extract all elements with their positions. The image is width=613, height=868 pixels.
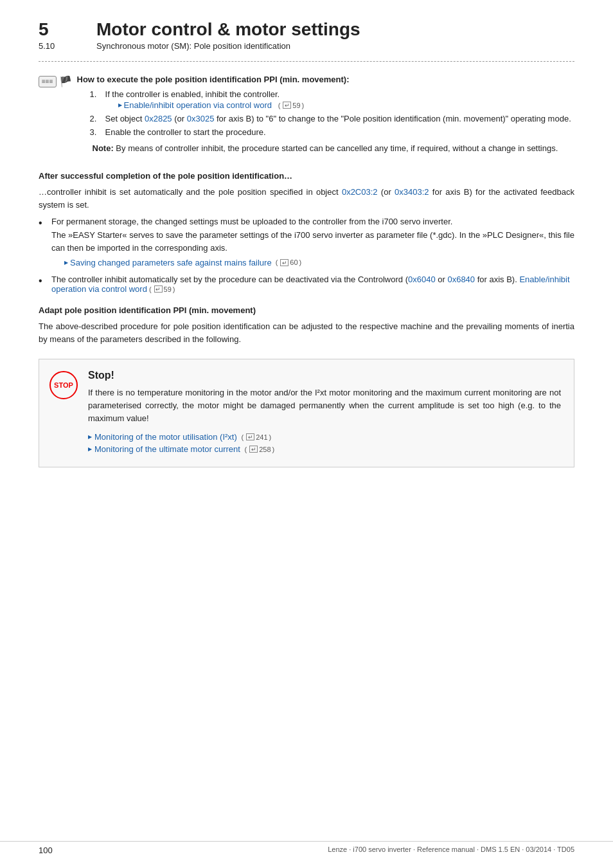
stop-link-2[interactable]: Monitoring of the ultimate motor current…: [88, 444, 561, 454]
after-completion-bullets: • For permanent storage, the changed set…: [39, 217, 574, 294]
after-link2[interactable]: 0x3403:2: [395, 187, 429, 197]
page-header: 5 Motor control & motor settings 5.10 Sy…: [39, 19, 574, 51]
flag-icon: 🏴: [59, 75, 72, 87]
stop-link-1[interactable]: Monitoring of the motor utilisation (I²x…: [88, 432, 561, 442]
page-number: 100: [39, 845, 53, 855]
bullet-1: • For permanent storage, the changed set…: [39, 217, 574, 269]
step2-link2[interactable]: 0x3025: [187, 114, 215, 123]
bullet2-link2[interactable]: 0x6840: [447, 275, 475, 284]
stop-icon: STOP: [49, 371, 78, 399]
stop-text: If there is no temperature monitoring in…: [88, 386, 561, 425]
keyboard-icon: ≡≡≡ 🏴: [39, 75, 72, 87]
stop-box: STOP Stop! If there is no temperature mo…: [39, 359, 574, 467]
after-link1[interactable]: 0x2C03:2: [342, 187, 378, 197]
divider: [39, 61, 574, 62]
how-to-steps: 1. If the controller is enabled, inhibit…: [90, 89, 571, 137]
step1-link[interactable]: Enable/inhibit operation via control wor…: [118, 100, 305, 110]
note-box: Note: By means of controller inhibit, th…: [93, 143, 571, 153]
stop-links: Monitoring of the motor utilisation (I²x…: [88, 432, 561, 454]
page: 5 Motor control & motor settings 5.10 Sy…: [0, 0, 613, 868]
adapt-body: The above-described procedure for pole p…: [39, 320, 574, 346]
chapter-number: 5: [39, 19, 71, 40]
chapter-title: Motor control & motor settings: [96, 19, 360, 40]
section-number: 5.10: [39, 41, 71, 51]
section-title: Synchronous motor (SM): Pole position id…: [96, 41, 290, 51]
step-3: 3. Enable the controller to start the pr…: [90, 127, 571, 137]
bullet1-link[interactable]: Saving changed parameters safe against m…: [64, 257, 301, 269]
how-to-section: ≡≡≡ 🏴 How to execute the pole position i…: [39, 75, 574, 159]
stop-title: Stop!: [88, 370, 561, 381]
adapt-section: Adapt pole position identification PPI (…: [39, 305, 574, 346]
how-to-title: How to execute the pole position identif…: [77, 75, 350, 84]
page-footer: 100 Lenze · i700 servo inverter · Refere…: [0, 841, 613, 855]
adapt-heading: Adapt pole position identification PPI (…: [39, 305, 574, 315]
step-2: 2. Set object 0x2825 (or 0x3025 for axis…: [90, 114, 571, 123]
after-completion-heading: After successful completion of the pole …: [39, 171, 574, 181]
bullet-2: • The controller inhibit automatically s…: [39, 275, 574, 294]
after-completion-body: …controller inhibit is set automatically…: [39, 186, 574, 212]
step2-link1[interactable]: 0x2825: [145, 114, 172, 123]
doc-info: Lenze · i700 servo inverter · Reference …: [328, 845, 574, 855]
step-1: 1. If the controller is enabled, inhibit…: [90, 89, 571, 110]
after-completion-section: After successful completion of the pole …: [39, 171, 574, 294]
bullet2-link1[interactable]: 0x6040: [408, 275, 436, 284]
